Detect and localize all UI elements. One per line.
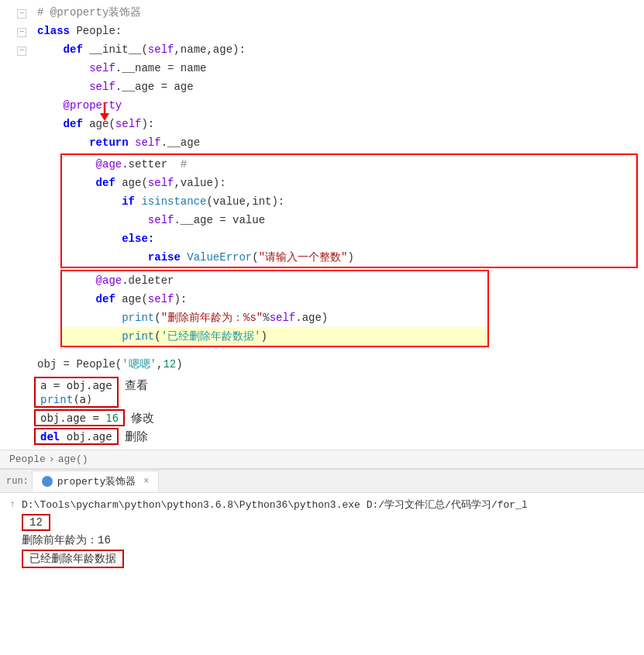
line-content-7: def age(self): [34,115,644,133]
line-content-16: def age(self): [70,291,487,308]
line-content-6: @property [34,97,644,114]
annotation-section: a = obj.age print(a) 查看 obj.age = 16 修改 … [34,377,644,445]
line-content-8: return self.__age [34,134,644,151]
code-area: − # @property装饰器 − class People: − def _… [0,0,644,450]
modify-annotation-row: obj.age = 16 修改 [34,409,644,426]
terminal-tabs: run: property装饰器 × [0,470,644,493]
code-line-8: return self.__age [0,133,644,152]
code-line-1: − # @property装饰器 [0,3,644,22]
breadcrumb-bar: People › age() [0,450,644,468]
view-code-block: a = obj.age print(a) [34,377,119,408]
delete-annotation-row: del obj.age 删除 [34,428,644,445]
svg-marker-1 [100,113,109,121]
modify-box: obj.age = 16 [34,409,125,426]
setter-section: @age.setter # def age(self,value): if is… [60,153,638,268]
line-content-4: self.__name = name [34,60,644,77]
line-content-9: @age.setter # [70,156,636,173]
code-line-3: − def __init__(self,name,age): [0,40,644,59]
terminal-output-12-line: 12 [0,513,644,532]
terminal-content: ↑ D:\Tools\pycharm\python\python3.6.8\Py… [0,493,644,572]
code-line-13: else: [62,229,636,248]
code-line-16: def age(self): [62,290,487,309]
view-label: 查看 [125,378,148,393]
terminal-panel: run: property装饰器 × ↑ D:\Tools\pycharm\py… [0,468,644,572]
code-line-9: @age.setter # [62,155,636,174]
output-12-box: 12 [22,514,50,531]
terminal-command-line: ↑ D:\Tools\pycharm\python\python3.6.8\Py… [0,496,644,513]
code-line-18: print('已经删除年龄数据') [62,327,487,346]
line-content-3: def __init__(self,name,age): [34,41,644,58]
line-content-13: else: [70,230,636,247]
terminal-output-deleted-line: 已经删除年龄数据 [0,549,644,569]
code-line-17: print("删除前年龄为：%s"%self.age) [62,309,487,327]
line-content-12: self.__age = value [70,212,636,229]
fold-icon-2[interactable]: − [17,28,26,37]
code-line-11: if isinstance(value,int): [62,192,636,211]
line-content-17: print("删除前年龄为：%s"%self.age) [70,309,487,326]
close-tab-icon[interactable]: × [143,476,149,487]
code-line-7: def age(self): [0,115,644,133]
arrow-annotation [93,101,116,124]
gutter-3: − [0,47,34,56]
terminal-tab-property[interactable]: property装饰器 × [32,471,160,491]
view-box-line2: print(a) [34,392,119,408]
output-delete-text: 删除前年龄为：16 [22,533,111,547]
output-deleted-box: 已经删除年龄数据 [22,550,124,568]
delete-box: del obj.age [34,428,119,445]
python-icon [42,476,53,487]
code-line-12: self.__age = value [62,211,636,229]
line-content-14: raise ValueError("请输入一个整数") [70,249,636,266]
delete-label: 删除 [125,429,148,444]
terminal-output-delete-line: 删除前年龄为：16 [0,532,644,549]
editor-container: − # @property装饰器 − class People: − def _… [0,0,644,572]
code-line-5: self.__age = age [0,78,644,96]
code-line-15: @age.deleter [62,271,487,290]
breadcrumb-method: age() [58,453,88,465]
terminal-command: D:\Tools\pycharm\python\python3.6.8\Pyth… [22,498,528,512]
code-line-obj: obj = People('嗯嗯',12) [0,355,644,374]
fold-icon-1[interactable]: − [17,9,26,19]
fold-icon-3[interactable]: − [17,47,26,56]
view-box-line1: a = obj.age [34,377,119,392]
line-content-18: print('已经删除年龄数据') [70,328,487,345]
line-content-15: @age.deleter [70,272,487,289]
terminal-up-arrow: ↑ [6,499,19,510]
line-content-1: # @property装饰器 [34,4,644,21]
run-label: run: [6,476,29,487]
line-content-11: if isinstance(value,int): [70,193,636,210]
line-content-obj: obj = People('嗯嗯',12) [34,356,644,373]
code-line-14: raise ValueError("请输入一个整数") [62,248,636,267]
deleter-section: @age.deleter def age(self): print("删除前年龄… [60,270,489,347]
modify-label: 修改 [131,411,154,426]
code-line-4: self.__name = name [0,59,644,78]
line-content-10: def age(self,value): [70,174,636,191]
breadcrumb-class: People [9,453,46,465]
code-line-2: − class People: [0,22,644,40]
breadcrumb-separator: › [49,453,55,465]
line-content-5: self.__age = age [34,78,644,95]
view-annotation-row: a = obj.age print(a) 查看 [34,377,644,408]
gutter-1: − [0,9,34,19]
line-content-2: class People: [34,22,644,40]
code-line-10: def age(self,value): [62,174,636,192]
gutter-2: − [0,28,34,37]
tab-label: property装饰器 [57,474,136,488]
